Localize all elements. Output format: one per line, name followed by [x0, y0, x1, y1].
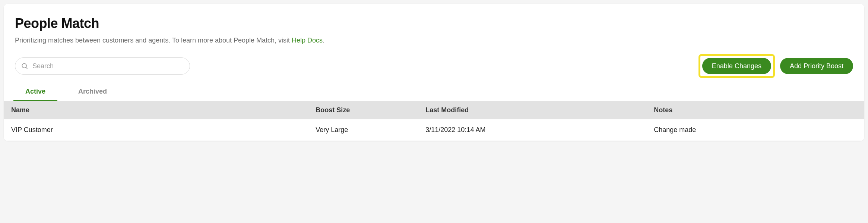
search-icon — [21, 62, 28, 70]
button-group: Enable Changes Add Priority Boost — [698, 54, 853, 78]
priority-table: Name Boost Size Last Modified Notes VIP … — [4, 101, 864, 141]
tabs: Active Archived — [15, 83, 853, 101]
cell-boost: Very Large — [316, 126, 425, 134]
col-header-name: Name — [11, 106, 316, 114]
add-priority-boost-button[interactable]: Add Priority Boost — [780, 58, 853, 74]
svg-line-1 — [26, 67, 28, 69]
search-input[interactable] — [15, 57, 190, 75]
cell-modified: 3/11/2022 10:14 AM — [425, 126, 654, 134]
page-card: People Match Prioritizing matches betwee… — [4, 4, 864, 141]
enable-changes-button[interactable]: Enable Changes — [702, 58, 771, 74]
col-header-boost: Boost Size — [316, 106, 425, 114]
svg-point-0 — [22, 63, 26, 68]
page-title: People Match — [15, 16, 853, 31]
tab-active[interactable]: Active — [24, 83, 47, 101]
tab-archived[interactable]: Archived — [77, 83, 108, 101]
col-header-modified: Last Modified — [425, 106, 654, 114]
search-wrap — [15, 57, 190, 75]
page-subtitle: Prioritizing matches between customers a… — [15, 37, 853, 44]
page-header-region: People Match Prioritizing matches betwee… — [4, 4, 864, 101]
help-docs-link[interactable]: Help Docs — [292, 37, 323, 44]
subtitle-text: Prioritizing matches between customers a… — [15, 37, 292, 44]
highlight-enable-changes: Enable Changes — [698, 54, 775, 78]
toolbar: Enable Changes Add Priority Boost — [15, 54, 853, 78]
cell-notes: Change made — [654, 126, 857, 134]
subtitle-suffix: . — [323, 37, 324, 44]
col-header-notes: Notes — [654, 106, 857, 114]
cell-name: VIP Customer — [11, 126, 316, 134]
table-row[interactable]: VIP Customer Very Large 3/11/2022 10:14 … — [4, 119, 864, 141]
table-header-row: Name Boost Size Last Modified Notes — [4, 101, 864, 119]
